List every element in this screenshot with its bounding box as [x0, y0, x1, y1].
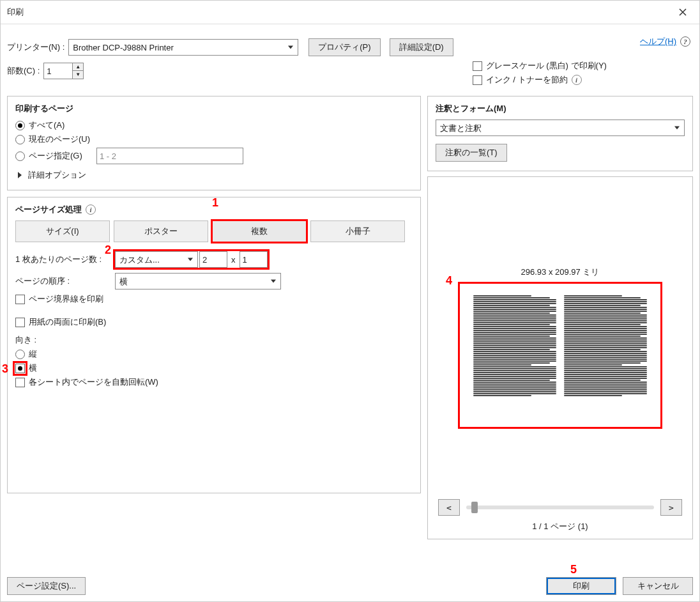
print-button[interactable]: 印刷 [546, 577, 616, 595]
preview-prev-button[interactable]: < [438, 499, 460, 516]
page-order-label: ページの順序 : [15, 275, 111, 287]
preview-next-button[interactable]: > [660, 499, 682, 516]
advanced-settings-button[interactable]: 詳細設定(D) [390, 38, 453, 56]
copies-down[interactable]: ▼ [73, 71, 83, 79]
callout-5: 5 [570, 563, 577, 576]
callout-1: 1 [212, 196, 218, 210]
orientation-label: 向き : [15, 334, 36, 346]
help-link[interactable]: ヘルプ(H) [640, 36, 676, 47]
radio-current[interactable] [15, 135, 25, 144]
comments-select[interactable]: 文書と注釈 [436, 120, 685, 136]
help-icon[interactable]: ? [680, 36, 690, 47]
callout-3: 3 [2, 362, 8, 376]
radio-all[interactable] [15, 121, 25, 130]
printer-select[interactable]: Brother DCP-J988N Printer [68, 39, 298, 56]
copies-spinner[interactable]: ▲ ▼ [43, 63, 84, 79]
per-sheet-cols[interactable] [199, 251, 227, 268]
copies-input[interactable] [44, 63, 72, 79]
per-sheet-select[interactable]: カスタム... [115, 251, 198, 268]
preview-page-right [564, 295, 647, 417]
radio-range[interactable] [15, 151, 25, 161]
print-preview [458, 282, 662, 429]
tab-size[interactable]: サイズ(I) [15, 220, 110, 242]
grayscale-label: グレースケール (黒白) で印刷(Y) [486, 60, 607, 72]
auto-rotate-label: 各シート内でページを自動回転(W) [29, 376, 158, 388]
savetoner-label: インク / トナーを節約 [486, 74, 568, 86]
radio-portrait[interactable] [15, 350, 25, 359]
preview-dimensions: 296.93 x 209.97 ミリ [436, 266, 685, 278]
per-sheet-x: x [227, 255, 240, 265]
per-sheet-label: 1 枚あたりのページ数 : [15, 254, 111, 265]
slider-thumb[interactable] [471, 502, 478, 513]
preview-page-counter: 1 / 1 ページ (1) [436, 521, 685, 532]
per-sheet-rows[interactable] [240, 251, 268, 268]
copies-up[interactable]: ▲ [73, 63, 83, 71]
pages-section-title: 印刷するページ [15, 103, 413, 114]
comments-section-title: 注釈とフォーム(M) [436, 103, 685, 114]
callout-4: 4 [446, 274, 452, 288]
tab-booklet[interactable]: 小冊子 [310, 220, 405, 242]
copies-label: 部数(C) : [7, 65, 40, 77]
preview-page-left [473, 295, 556, 417]
auto-rotate-checkbox[interactable] [15, 378, 25, 387]
cancel-button[interactable]: キャンセル [623, 577, 693, 595]
print-border-checkbox[interactable] [15, 295, 25, 304]
radio-all-label: すべて(A) [29, 120, 65, 131]
radio-landscape-label: 横 [29, 362, 37, 374]
print-border-label: ページ境界線を印刷 [29, 293, 103, 305]
sizing-section-title: ページサイズ処理 [15, 204, 82, 215]
radio-range-label: ページ指定(G) [29, 150, 93, 162]
properties-button[interactable]: プロパティ(P) [308, 38, 380, 56]
duplex-checkbox[interactable] [15, 318, 25, 327]
radio-landscape[interactable] [15, 364, 25, 373]
duplex-label: 用紙の両面に印刷(B) [29, 316, 106, 328]
printer-label: プリンター(N) : [7, 42, 65, 53]
grayscale-checkbox[interactable] [473, 61, 482, 71]
callout-2: 2 [105, 243, 111, 257]
radio-portrait-label: 縦 [29, 348, 37, 360]
info-icon[interactable]: i [86, 205, 96, 215]
savetoner-checkbox[interactable] [473, 75, 482, 85]
page-range-input [96, 148, 243, 164]
tab-multiple[interactable]: 複数 [212, 220, 307, 242]
more-options[interactable]: 詳細オプション [28, 169, 86, 181]
page-setup-button[interactable]: ページ設定(S)... [7, 577, 86, 595]
tab-poster[interactable]: ポスター [114, 220, 208, 242]
dialog-title: 印刷 [7, 6, 24, 18]
radio-current-label: 現在のページ(U) [29, 134, 90, 145]
page-order-select[interactable]: 横 [115, 273, 281, 289]
expand-icon[interactable] [18, 172, 22, 178]
close-button[interactable] [673, 4, 693, 20]
info-icon[interactable]: i [572, 75, 582, 85]
preview-slider[interactable] [466, 506, 654, 509]
comments-list-button[interactable]: 注釈の一覧(T) [436, 144, 507, 162]
